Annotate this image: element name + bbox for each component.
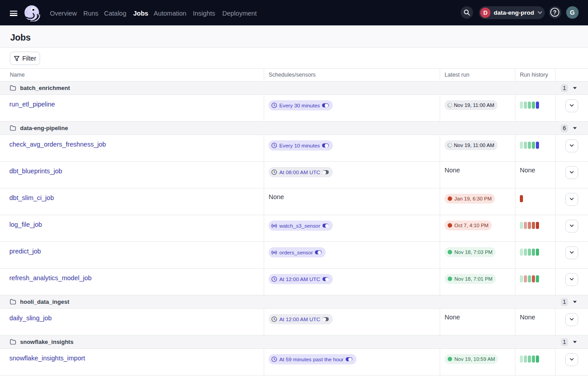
- svg-text:?: ?: [553, 9, 556, 16]
